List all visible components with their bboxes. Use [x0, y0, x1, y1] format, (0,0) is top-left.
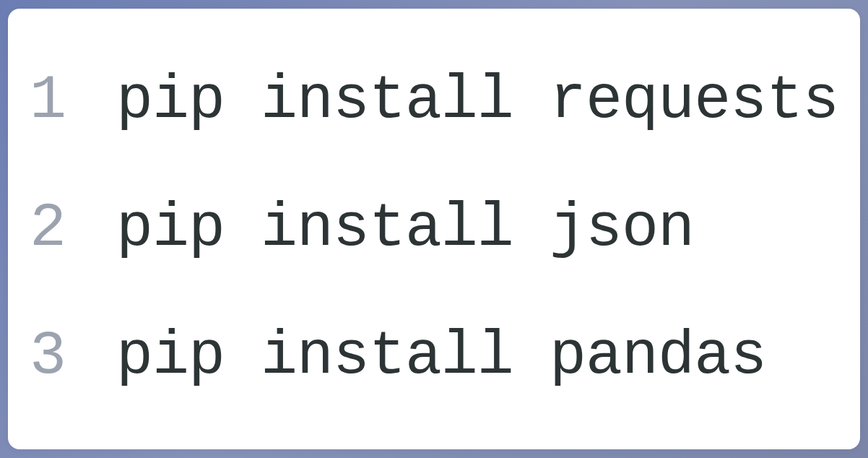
code-text[interactable]: pip install requests	[116, 64, 838, 138]
code-line: 1 pip install requests	[30, 64, 824, 138]
code-text[interactable]: pip install json	[116, 192, 694, 266]
line-number: 1	[30, 64, 116, 138]
code-block[interactable]: 1 pip install requests 2 pip install jso…	[8, 9, 860, 449]
code-text[interactable]: pip install pandas	[116, 320, 766, 394]
line-number: 3	[30, 320, 116, 394]
code-line: 3 pip install pandas	[30, 320, 824, 394]
code-line: 2 pip install json	[30, 192, 824, 266]
line-number: 2	[30, 192, 116, 266]
